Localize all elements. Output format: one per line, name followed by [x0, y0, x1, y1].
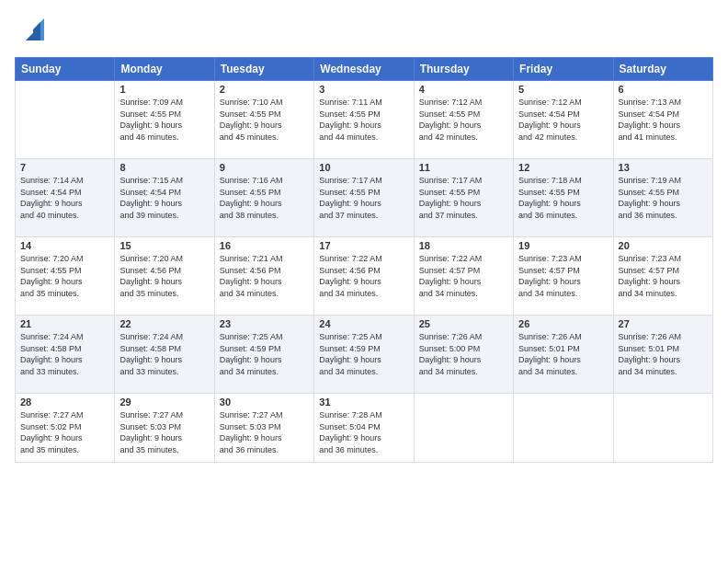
- day-info: Sunrise: 7:13 AMSunset: 4:54 PMDaylight:…: [619, 97, 708, 143]
- day-info: Sunrise: 7:19 AMSunset: 4:55 PMDaylight:…: [619, 175, 708, 221]
- calendar-cell: 16Sunrise: 7:21 AMSunset: 4:56 PMDayligh…: [214, 237, 313, 316]
- calendar-day-header: Saturday: [613, 58, 712, 81]
- calendar-day-header: Friday: [514, 58, 613, 81]
- day-number: 21: [20, 318, 109, 329]
- logo-icon: [18, 15, 48, 48]
- day-info: Sunrise: 7:14 AMSunset: 4:54 PMDaylight:…: [20, 175, 109, 221]
- day-info: Sunrise: 7:26 AMSunset: 5:01 PMDaylight:…: [518, 331, 608, 377]
- page-container: SundayMondayTuesdayWednesdayThursdayFrid…: [0, 0, 728, 563]
- logo: [15, 15, 48, 48]
- day-number: 10: [319, 162, 408, 173]
- day-info: Sunrise: 7:22 AMSunset: 4:56 PMDaylight:…: [319, 253, 408, 299]
- day-info: Sunrise: 7:17 AMSunset: 4:55 PMDaylight:…: [319, 175, 408, 221]
- day-number: 2: [220, 84, 309, 95]
- calendar-cell: 4Sunrise: 7:12 AMSunset: 4:55 PMDaylight…: [414, 81, 513, 159]
- logo-text: [15, 15, 48, 48]
- calendar-cell: 11Sunrise: 7:17 AMSunset: 4:55 PMDayligh…: [414, 159, 513, 237]
- calendar-day-header: Wednesday: [314, 58, 414, 81]
- calendar-cell: 31Sunrise: 7:28 AMSunset: 5:04 PMDayligh…: [314, 394, 414, 463]
- day-number: 26: [518, 318, 608, 329]
- calendar-cell: 1Sunrise: 7:09 AMSunset: 4:55 PMDaylight…: [115, 81, 214, 159]
- day-number: 23: [220, 318, 309, 329]
- calendar-cell: 15Sunrise: 7:20 AMSunset: 4:56 PMDayligh…: [115, 237, 214, 316]
- calendar-day-header: Tuesday: [214, 58, 313, 81]
- calendar-cell: 13Sunrise: 7:19 AMSunset: 4:55 PMDayligh…: [613, 159, 712, 237]
- calendar-cell: 17Sunrise: 7:22 AMSunset: 4:56 PMDayligh…: [314, 237, 414, 316]
- calendar-cell: 10Sunrise: 7:17 AMSunset: 4:55 PMDayligh…: [314, 159, 414, 237]
- day-number: 15: [119, 240, 209, 251]
- day-info: Sunrise: 7:25 AMSunset: 4:59 PMDaylight:…: [220, 331, 309, 377]
- day-info: Sunrise: 7:09 AMSunset: 4:55 PMDaylight:…: [119, 97, 209, 143]
- day-number: 6: [619, 84, 708, 95]
- day-info: Sunrise: 7:12 AMSunset: 4:55 PMDaylight:…: [419, 97, 508, 143]
- day-number: 25: [419, 318, 508, 329]
- day-info: Sunrise: 7:27 AMSunset: 5:03 PMDaylight:…: [220, 409, 309, 455]
- day-info: Sunrise: 7:26 AMSunset: 5:00 PMDaylight:…: [419, 331, 508, 377]
- day-number: 22: [119, 318, 209, 329]
- calendar-cell: 20Sunrise: 7:23 AMSunset: 4:57 PMDayligh…: [613, 237, 712, 316]
- day-info: Sunrise: 7:20 AMSunset: 4:56 PMDaylight:…: [119, 253, 209, 299]
- day-info: Sunrise: 7:23 AMSunset: 4:57 PMDaylight:…: [619, 253, 708, 299]
- day-info: Sunrise: 7:24 AMSunset: 4:58 PMDaylight:…: [20, 331, 109, 377]
- calendar-cell: [613, 394, 712, 463]
- header: [15, 15, 713, 48]
- day-number: 19: [518, 240, 608, 251]
- day-info: Sunrise: 7:10 AMSunset: 4:55 PMDaylight:…: [220, 97, 309, 143]
- calendar-cell: [16, 81, 115, 159]
- calendar-cell: 14Sunrise: 7:20 AMSunset: 4:55 PMDayligh…: [16, 237, 115, 316]
- calendar-cell: 22Sunrise: 7:24 AMSunset: 4:58 PMDayligh…: [115, 316, 214, 394]
- calendar-cell: 6Sunrise: 7:13 AMSunset: 4:54 PMDaylight…: [613, 81, 712, 159]
- day-info: Sunrise: 7:27 AMSunset: 5:02 PMDaylight:…: [20, 409, 109, 455]
- calendar-cell: 9Sunrise: 7:16 AMSunset: 4:55 PMDaylight…: [214, 159, 313, 237]
- calendar-cell: 28Sunrise: 7:27 AMSunset: 5:02 PMDayligh…: [16, 394, 115, 463]
- day-info: Sunrise: 7:25 AMSunset: 4:59 PMDaylight:…: [319, 331, 408, 377]
- day-info: Sunrise: 7:27 AMSunset: 5:03 PMDaylight:…: [119, 409, 209, 455]
- day-number: 11: [419, 162, 508, 173]
- calendar-cell: 29Sunrise: 7:27 AMSunset: 5:03 PMDayligh…: [115, 394, 214, 463]
- day-number: 5: [518, 84, 608, 95]
- day-number: 18: [419, 240, 508, 251]
- calendar-week-row: 7Sunrise: 7:14 AMSunset: 4:54 PMDaylight…: [16, 159, 713, 237]
- day-number: 12: [518, 162, 608, 173]
- day-number: 14: [20, 240, 109, 251]
- calendar-cell: 3Sunrise: 7:11 AMSunset: 4:55 PMDaylight…: [314, 81, 414, 159]
- calendar-cell: 25Sunrise: 7:26 AMSunset: 5:00 PMDayligh…: [414, 316, 513, 394]
- day-info: Sunrise: 7:18 AMSunset: 4:55 PMDaylight:…: [518, 175, 608, 221]
- day-info: Sunrise: 7:20 AMSunset: 4:55 PMDaylight:…: [20, 253, 109, 299]
- day-number: 30: [220, 396, 309, 408]
- day-info: Sunrise: 7:21 AMSunset: 4:56 PMDaylight:…: [220, 253, 309, 299]
- day-info: Sunrise: 7:12 AMSunset: 4:54 PMDaylight:…: [518, 97, 608, 143]
- day-number: 20: [619, 240, 708, 251]
- calendar-week-row: 14Sunrise: 7:20 AMSunset: 4:55 PMDayligh…: [16, 237, 713, 316]
- calendar-week-row: 28Sunrise: 7:27 AMSunset: 5:02 PMDayligh…: [16, 394, 713, 463]
- calendar-cell: 7Sunrise: 7:14 AMSunset: 4:54 PMDaylight…: [16, 159, 115, 237]
- day-info: Sunrise: 7:16 AMSunset: 4:55 PMDaylight:…: [220, 175, 309, 221]
- day-info: Sunrise: 7:17 AMSunset: 4:55 PMDaylight:…: [419, 175, 508, 221]
- calendar-cell: 23Sunrise: 7:25 AMSunset: 4:59 PMDayligh…: [214, 316, 313, 394]
- day-info: Sunrise: 7:23 AMSunset: 4:57 PMDaylight:…: [518, 253, 608, 299]
- calendar-cell: 27Sunrise: 7:26 AMSunset: 5:01 PMDayligh…: [613, 316, 712, 394]
- day-number: 27: [619, 318, 708, 329]
- day-info: Sunrise: 7:26 AMSunset: 5:01 PMDaylight:…: [619, 331, 708, 377]
- calendar-week-row: 21Sunrise: 7:24 AMSunset: 4:58 PMDayligh…: [16, 316, 713, 394]
- calendar-cell: 30Sunrise: 7:27 AMSunset: 5:03 PMDayligh…: [214, 394, 313, 463]
- day-number: 17: [319, 240, 408, 251]
- day-number: 28: [20, 396, 109, 408]
- calendar-cell: [514, 394, 613, 463]
- calendar-cell: 21Sunrise: 7:24 AMSunset: 4:58 PMDayligh…: [16, 316, 115, 394]
- day-number: 16: [220, 240, 309, 251]
- day-number: 4: [419, 84, 508, 95]
- day-info: Sunrise: 7:24 AMSunset: 4:58 PMDaylight:…: [119, 331, 209, 377]
- calendar-cell: [414, 394, 513, 463]
- day-number: 7: [20, 162, 109, 173]
- calendar-header-row: SundayMondayTuesdayWednesdayThursdayFrid…: [16, 58, 713, 81]
- day-number: 9: [220, 162, 309, 173]
- calendar-cell: 8Sunrise: 7:15 AMSunset: 4:54 PMDaylight…: [115, 159, 214, 237]
- calendar-cell: 5Sunrise: 7:12 AMSunset: 4:54 PMDaylight…: [514, 81, 613, 159]
- day-info: Sunrise: 7:15 AMSunset: 4:54 PMDaylight:…: [119, 175, 209, 221]
- day-number: 24: [319, 318, 408, 329]
- calendar-cell: 19Sunrise: 7:23 AMSunset: 4:57 PMDayligh…: [514, 237, 613, 316]
- day-info: Sunrise: 7:22 AMSunset: 4:57 PMDaylight:…: [419, 253, 508, 299]
- calendar-table: SundayMondayTuesdayWednesdayThursdayFrid…: [15, 57, 713, 463]
- calendar-day-header: Sunday: [16, 58, 115, 81]
